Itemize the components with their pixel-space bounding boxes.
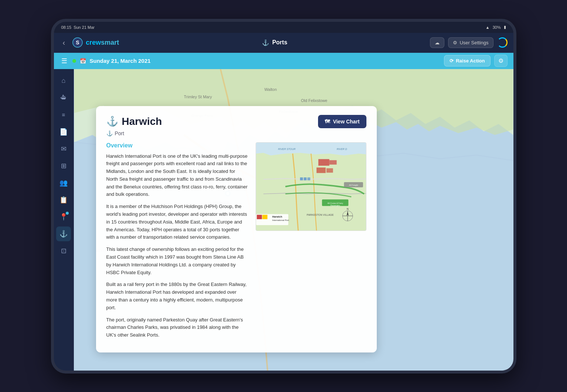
battery-indicator: 30% — [492, 25, 501, 30]
svg-rect-17 — [318, 159, 329, 166]
tablet-frame: 08:15 Sun 21 Mar ▲ 30% ▮ ‹ S crewsmart — [51, 19, 516, 374]
svg-text:RIVER D: RIVER D — [337, 147, 347, 150]
menu-icon: ☰ — [61, 57, 67, 65]
svg-text:All Freight: All Freight — [349, 184, 358, 186]
overview-para-1: Harwich International Port is one of the… — [106, 153, 248, 199]
status-indicators: ▲ 30% ▮ — [486, 25, 506, 30]
overview-para-3: This latest change of ownership follows … — [106, 246, 248, 276]
documents-icon: 📄 — [59, 128, 68, 136]
header-title: ⚓ Ports — [262, 39, 287, 46]
svg-rect-31 — [257, 215, 262, 219]
svg-text:Old Felixstowe: Old Felixstowe — [301, 98, 327, 103]
overview-para-4: Built as a rail ferry port in the 1880s … — [106, 281, 248, 311]
overview-para-5: The port, originally named Parkeston Qua… — [106, 316, 248, 339]
header-bar: ‹ S crewsmart ⚓ Ports ☁ ⚙ User Se — [54, 33, 513, 53]
svg-rect-19 — [316, 167, 325, 173]
settings-icon: ⚙ — [453, 40, 457, 45]
loading-spinner — [497, 37, 508, 48]
svg-text:S: S — [76, 40, 79, 45]
sidebar-item-home[interactable]: ⌂ — [56, 74, 71, 88]
svg-rect-18 — [329, 160, 337, 164]
current-date: Sunday 21, March 2021 — [90, 58, 151, 64]
status-time-date: 08:15 Sun 21 Mar — [61, 25, 95, 30]
cloud-button[interactable]: ☁ — [430, 37, 444, 48]
logo-area: S crewsmart — [72, 37, 119, 48]
home-icon: ⌂ — [62, 77, 66, 85]
overview-section: Overview Harwich International Port is o… — [106, 142, 366, 344]
sidebar-item-misc[interactable]: ⊡ — [56, 243, 71, 258]
sub-header: ☰ 📅 Sunday 21, March 2021 ⟳ Raise Action… — [54, 53, 513, 69]
misc-icon: ⊡ — [61, 247, 66, 255]
svg-rect-23 — [307, 177, 310, 180]
header-left: ‹ S crewsmart — [60, 37, 119, 48]
view-chart-button[interactable]: 🗺 View Chart — [318, 115, 366, 128]
svg-text:Passengers: Passengers — [330, 204, 340, 206]
svg-rect-32 — [262, 215, 267, 219]
svg-text:Harwich: Harwich — [272, 215, 282, 218]
sub-header-gear-button[interactable]: ⚙ — [494, 55, 508, 67]
sidebar-item-checklist[interactable]: 📋 — [56, 192, 71, 207]
sidebar: ⌂ ⛴ ≡ 📄 ✉ ⊞ 👥 📋 📍 — [54, 69, 74, 374]
battery-icon: ▮ — [504, 25, 506, 30]
sidebar-item-ship[interactable]: ⛴ — [56, 91, 71, 105]
calendar-icon: 📅 — [80, 58, 86, 64]
ports-anchor-icon: ⚓ — [262, 39, 269, 46]
chart-icon: 🗺 — [325, 119, 330, 125]
sub-header-left: ☰ 📅 Sunday 21, March 2021 — [60, 55, 151, 67]
overview-para-2: It is a member of the Hutchison Port Hol… — [106, 203, 248, 241]
svg-text:RIVER STOUR: RIVER STOUR — [278, 147, 295, 150]
overview-heading: Overview — [106, 142, 248, 149]
svg-text:Walton: Walton — [264, 87, 276, 92]
svg-text:N: N — [346, 208, 348, 210]
svg-text:International Port: International Port — [272, 219, 289, 221]
gear-icon: ⚙ — [498, 58, 503, 64]
port-subtitle: ⚓ Port — [106, 130, 366, 136]
sidebar-item-documents[interactable]: 📄 — [56, 125, 71, 139]
crew-icon: 👥 — [59, 179, 68, 187]
online-status-dot — [72, 59, 76, 63]
anchor-icon: ⚓ — [59, 230, 68, 238]
sidebar-item-ports[interactable]: ⚓ — [56, 226, 71, 241]
svg-text:PARKESTON VILLAGE: PARKESTON VILLAGE — [307, 214, 334, 216]
status-bar: 08:15 Sun 21 Mar ▲ 30% ▮ — [54, 22, 513, 33]
message-icon: ✉ — [61, 145, 66, 153]
notification-dot — [66, 212, 69, 215]
svg-rect-20 — [326, 168, 333, 173]
overview-text: Overview Harwich International Port is o… — [106, 142, 248, 344]
port-title: ⚓ Harwich — [106, 116, 162, 127]
cloud-icon: ☁ — [435, 40, 440, 45]
sidebar-item-messages[interactable]: ✉ — [56, 142, 71, 156]
svg-rect-22 — [304, 177, 307, 180]
main-area: ⌂ ⛴ ≡ 📄 ✉ ⊞ 👥 📋 📍 — [54, 69, 513, 374]
logo-text: crewsmart — [86, 39, 119, 47]
port-map-image: RIVER STOUR RIVER D — [256, 142, 366, 231]
checklist-icon: 📋 — [59, 196, 68, 204]
user-settings-button[interactable]: ⚙ User Settings — [448, 37, 493, 48]
crewsmart-logo-icon: S — [72, 37, 83, 48]
sidebar-item-location[interactable]: 📍 — [56, 209, 71, 224]
port-title-row: ⚓ Harwich 🗺 View Chart — [106, 115, 366, 128]
content-area: Trimley St Mary Walton Old Felixstowe Fe… — [74, 69, 513, 374]
back-button[interactable]: ‹ — [60, 37, 68, 48]
sidebar-item-crew[interactable]: 👥 — [56, 175, 71, 190]
raise-action-icon: ⟳ — [450, 58, 454, 64]
port-anchor-icon: ⚓ — [106, 116, 118, 127]
layers-icon: ≡ — [62, 112, 65, 118]
svg-text:All Cruise & Ferry: All Cruise & Ferry — [327, 202, 343, 204]
sidebar-item-grid[interactable]: ⊞ — [56, 158, 71, 173]
menu-button[interactable]: ☰ — [60, 55, 69, 67]
port-type-anchor-icon: ⚓ — [106, 130, 113, 136]
port-diagram-svg: RIVER STOUR RIVER D — [256, 143, 366, 231]
svg-rect-21 — [300, 177, 303, 180]
raise-action-button[interactable]: ⟳ Raise Action — [444, 55, 490, 67]
svg-text:Trimley St Mary: Trimley St Mary — [184, 95, 212, 99]
ship-icon: ⛴ — [60, 94, 67, 102]
header-right: ☁ ⚙ User Settings — [430, 37, 507, 48]
info-panel: ⚓ Harwich 🗺 View Chart ⚓ Port — [96, 106, 377, 353]
sub-header-right: ⟳ Raise Action ⚙ — [444, 55, 507, 67]
grid-icon: ⊞ — [61, 162, 66, 170]
wifi-icon: ▲ — [486, 25, 490, 30]
sidebar-item-layers[interactable]: ≡ — [56, 108, 71, 122]
